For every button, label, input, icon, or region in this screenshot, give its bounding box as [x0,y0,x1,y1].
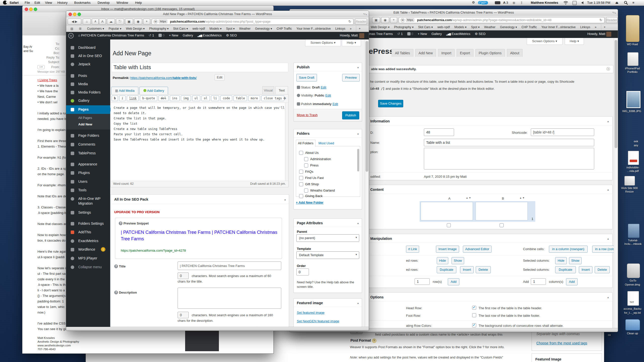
sidebar-item-wordfence[interactable]: Wordfence 1 [66,246,110,253]
bookmark-item[interactable]: Slot Cars ▾ [418,24,433,30]
input-source-icon[interactable] [573,1,577,5]
bookmark-item[interactable]: Models ▾ [210,26,222,32]
seo-menu[interactable]: ⚙ SEO [475,30,486,37]
menu-file[interactable]: File [25,1,30,5]
bookmark-item[interactable]: Photography ▾ [149,26,169,32]
sidebar-item-jetpack[interactable]: Jetpack [66,61,110,68]
bookmark-item[interactable]: Web Design ▾ [126,26,145,32]
bookmark-item[interactable]: Your Inner F...oInteractive [541,24,576,30]
delete-columns-button[interactable]: Delete [595,266,610,273]
wifi-icon[interactable] [564,1,568,5]
bookmark-item[interactable]: Spot ▾ [226,26,235,32]
add-bookmark-button[interactable]: + [601,24,606,30]
exactmetrics-menu[interactable]: ▂▅▇ ExactMetrics [446,30,470,38]
bookmark-item[interactable]: Models ▾ [454,24,466,30]
bookmark-item[interactable]: Photography ▾ [394,24,414,30]
tab-visual[interactable]: Visual [262,86,274,95]
table-description-textarea[interactable] [424,148,594,169]
sidebar-item-comments[interactable]: Comments [66,141,110,148]
choose-tags-link[interactable]: Choose from the most used tags [536,341,587,345]
desktop-icon-txt[interactable]: TXT [627,291,639,306]
folder-press[interactable]: Press [310,163,318,167]
nav-tab[interactable]: Plugin Options [475,49,505,57]
folder-administration[interactable]: Administration [310,157,331,161]
quicktag-button[interactable]: close tags [261,96,284,101]
new-tab-button[interactable]: + [390,17,397,23]
add-rows-count-input[interactable] [415,278,430,285]
sidebar-item-page-folders[interactable]: Page Folders [66,132,110,140]
shortcode-input[interactable] [531,128,594,136]
collapse-arrow-icon[interactable]: ▴ [607,188,609,191]
help-tab[interactable]: Help ▾ [342,39,361,46]
dismiss-notice-icon[interactable]: ⓧ [607,67,610,71]
screen-options-tab[interactable]: Screen Options ▾ [527,38,562,45]
sidebar-item-media[interactable]: Media [66,80,110,88]
quicktag-button[interactable]: more [248,96,260,101]
sync-status-icon[interactable]: ◉ [512,1,515,5]
bookmark-item[interactable]: Slot Cars ▾ [173,26,188,32]
nav-tab[interactable]: All Tables [392,49,413,57]
sidebar-item-all-in-one-seo[interactable]: All in One SEO [66,52,110,60]
clock[interactable]: Tue 1:19:58 PM [587,1,610,5]
zoom-button[interactable] [77,13,81,16]
fullscreen-icon[interactable]: ❖ [283,96,286,100]
show-columns-button[interactable]: Show [569,257,582,264]
folder-checkbox[interactable] [304,189,308,193]
scrollbar-thumb[interactable] [366,41,368,172]
tablepress-scrollbar[interactable] [614,38,618,328]
mail-link-line[interactable]: • Living Trees [37,78,57,82]
front-titlebar[interactable]: Add New Page ‹ PATCHEN California Christ… [66,11,369,18]
bookmark-item[interactable]: web->pdf [192,26,205,32]
updates-indicator[interactable]: ↺ 1 [149,32,154,39]
share-icon[interactable]: ⎋ [116,19,124,25]
new-content-menu[interactable]: + New [418,30,427,37]
add-rows-button[interactable]: Add [448,278,459,285]
edit-status-link[interactable]: Edit [321,85,326,89]
bookmark-item[interactable]: Weather [239,26,251,32]
alternating-row-colors-checkbox[interactable] [472,323,476,327]
font-larger-button[interactable]: A [99,19,106,25]
folder-find-us-fast[interactable]: Find Us Fast [305,176,324,180]
eject-icon[interactable]: ⏏ [615,1,618,5]
bookmark-item[interactable]: CHP Traffic [276,26,292,32]
bookmarks-sidebar-icon[interactable]: ▤ [70,26,73,32]
quicktag-button[interactable]: code [220,96,232,101]
format-popup[interactable]: ≡ ▾ [37,65,45,69]
sidebar-item-collapse-menu[interactable]: Collapse menu [66,263,110,271]
sidebar-item-tablepress[interactable]: TablePress [66,150,110,157]
sidebar-item-aiowp-migration[interactable]: All-in-One WPMigration [66,195,110,206]
quicktag-button[interactable]: ul [192,96,200,101]
bookmark-item[interactable]: Linksys [335,26,345,32]
quicktag-button[interactable]: img [181,96,191,101]
folder-checkbox[interactable] [299,170,303,174]
folder-about-us[interactable]: About Us [305,151,318,155]
collapse-arrow-icon[interactable]: ▴ [357,132,359,135]
bookmark-item[interactable]: CHP Traffic [521,24,537,30]
sidebar-item-exactmetrics[interactable]: ExactMetrics [66,237,110,245]
folder-checkbox[interactable] [304,163,308,167]
desktop-icon-portfolio[interactable] [627,52,638,66]
comments-indicator[interactable]: 0 [407,30,413,37]
quicktag-button[interactable]: i [119,96,126,101]
nav-tab[interactable]: Export [457,49,473,57]
menu-view[interactable]: View [45,1,52,5]
close-button[interactable] [68,13,72,16]
to-field[interactable]: To: [37,42,60,46]
bookmark-item[interactable]: Customers ▾ [87,26,104,32]
add-bookmark-button[interactable]: + [356,26,360,32]
fullscreen-arrows-icon[interactable]: ↖↘ [363,11,366,17]
replyto-field[interactable]: Reply To: [37,56,60,59]
folder-checkbox[interactable] [304,157,308,161]
insert-image-button[interactable]: Insert Image [436,246,459,253]
icloud-icon[interactable]: ☁ [107,19,115,25]
collapse-arrow-icon[interactable]: ▴ [357,301,359,305]
sort-icons-b[interactable]: ▲ ▼ [519,197,525,199]
bookmark-item[interactable]: Web Design ▾ [371,24,390,30]
hide-rows-button[interactable]: Hide [437,257,448,264]
menu-develop[interactable]: Develop [98,1,110,5]
sidebar-item-tools[interactable]: Tools [66,187,110,194]
insert-link-button[interactable]: rt Link [406,246,419,253]
bookmark-item[interactable]: Linksys [580,24,590,30]
folder-checkbox[interactable] [299,176,303,180]
folder-checkbox[interactable] [299,182,303,186]
